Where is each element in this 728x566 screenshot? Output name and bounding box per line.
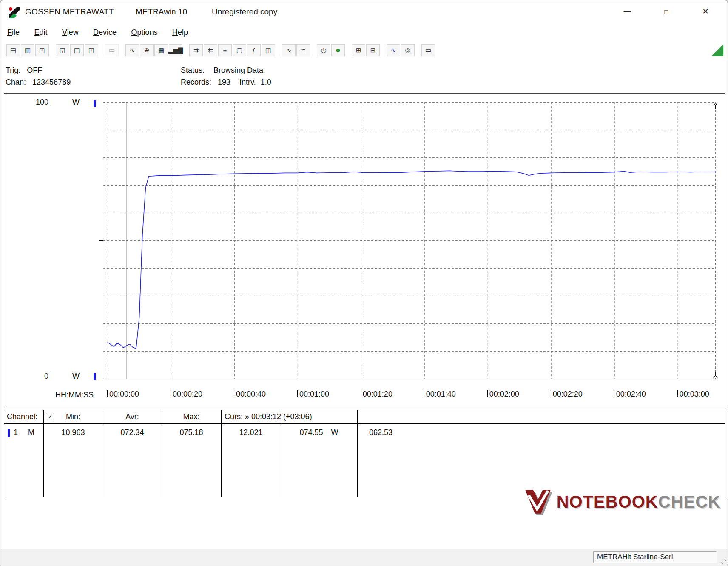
channel-color-marker-bottom <box>94 373 96 380</box>
menu-file[interactable]: File <box>7 24 20 40</box>
menu-view[interactable]: View <box>62 24 79 40</box>
channel-mode: M <box>28 428 34 437</box>
app-window: GOSSEN METRAWATT METRAwin 10 Unregistere… <box>0 0 728 566</box>
app-logo-icon <box>8 6 20 18</box>
chart-plot-svg <box>103 102 716 379</box>
x-tick-time-label: 00:00:00 <box>109 390 139 398</box>
x-tick: 00:02:40 <box>614 390 646 399</box>
status-label: Status: <box>181 64 205 76</box>
waveform-b-button[interactable]: ≈ <box>296 44 310 56</box>
print-preview-icon: ⊞ <box>356 47 361 53</box>
x-tick: 00:01:00 <box>297 390 329 399</box>
x-tick-mark <box>424 390 424 397</box>
tooltip-mode-icon: ▭ <box>425 47 431 53</box>
x-tick: 00:00:00 <box>107 390 139 399</box>
import-data-button[interactable]: ⇇ <box>204 44 217 56</box>
acquisition-info-bar: Trig: OFF Chan: 123456789 Status: Browsi… <box>0 60 728 93</box>
modem-icon: ▭ <box>109 47 115 53</box>
x-tick: 00:00:40 <box>234 390 266 399</box>
export-data-button[interactable]: ⇉ <box>189 44 203 56</box>
print-icon: ⊟ <box>370 47 376 53</box>
x-tick-time-label: 00:01:00 <box>299 390 329 398</box>
x-tick-mark <box>107 390 108 397</box>
save-button[interactable]: ▤ <box>6 44 20 56</box>
bargraph-view-button[interactable]: ▂▅▇ <box>169 44 182 56</box>
device-store-button[interactable]: ◱ <box>70 44 84 56</box>
menu-device[interactable]: Device <box>93 24 117 40</box>
cursor1-value: 12.021 <box>221 428 281 437</box>
power-trace <box>108 171 716 348</box>
toolbar-buttons: ▤▥◰◲◱◳▭∿⊕▦▂▅▇⇉⇇≡▢ƒ◫∿≈◷☻⊞⊟∿◎▭ <box>6 44 436 56</box>
zoom-curve-button[interactable]: ∿ <box>387 44 400 56</box>
device-memory-button[interactable]: ◳ <box>85 44 98 56</box>
records-value: 193 <box>218 76 230 88</box>
bargraph-view-icon: ▂▅▇ <box>168 47 183 53</box>
toolbar-corner-triangle-icon <box>711 44 723 56</box>
formula-button[interactable]: ƒ <box>247 44 261 56</box>
y-axis-max-label: 100 <box>30 98 48 107</box>
waveform-a-button[interactable]: ∿ <box>282 44 296 56</box>
x-tick: 00:02:20 <box>551 390 583 399</box>
cursor-delta-value: 062.53 <box>369 428 392 437</box>
menu-edit[interactable]: Edit <box>34 24 47 40</box>
interval-label: Intrv. <box>239 76 256 88</box>
chart-plot-area[interactable] <box>103 102 716 379</box>
maximize-button[interactable]: □ <box>656 4 677 19</box>
minimize-icon: — <box>624 7 631 16</box>
x-tick-time-label: 00:03:00 <box>680 390 709 398</box>
table-header-row: Channel: ✓ Min: Avr: Max: Curs: » 00:03:… <box>4 410 725 424</box>
table-view-icon: ▦ <box>158 47 164 53</box>
print-preview-button[interactable]: ⊞ <box>352 44 365 56</box>
channel-1-color-marker <box>8 429 10 437</box>
formula-icon: ƒ <box>252 47 256 53</box>
x-tick: 00:00:20 <box>171 390 202 399</box>
x-tick-time-label: 00:02:20 <box>553 390 583 398</box>
x-tick-time-label: 00:00:40 <box>236 390 266 398</box>
minimize-button[interactable]: — <box>617 4 637 19</box>
x-tick-time-label: 00:00:20 <box>173 390 202 398</box>
x-tick-time-label: 00:01:20 <box>363 390 392 398</box>
y-axis-unit-bottom: W <box>72 372 80 381</box>
y-axis-mid-tick <box>99 240 103 241</box>
watermark-word1: NOTEBOOK <box>557 492 658 512</box>
x-tick-mark <box>297 390 298 397</box>
resize-grip[interactable] <box>719 557 726 564</box>
close-button[interactable]: ✕ <box>695 4 716 19</box>
live-mode-button[interactable]: ☻ <box>331 44 345 56</box>
save-as-button[interactable]: ▥ <box>21 44 34 56</box>
zoom-curve-icon: ∿ <box>391 47 396 53</box>
print-button[interactable]: ⊟ <box>366 44 380 56</box>
interval-value: 1.0 <box>261 76 271 88</box>
curve-view-button[interactable]: ∿ <box>125 44 139 56</box>
app-brand-title: GOSSEN METRAWATT <box>25 7 114 17</box>
display-view-button[interactable]: ◫ <box>262 44 275 56</box>
scope-view-button[interactable]: ⊕ <box>140 44 154 56</box>
save-as-icon: ▥ <box>25 47 31 53</box>
menu-help[interactable]: Help <box>172 24 188 40</box>
table-view-button[interactable]: ▦ <box>154 44 168 56</box>
cursor2-value-cell: 074.55 W <box>281 428 357 437</box>
save-icon: ▤ <box>10 47 16 53</box>
channel-color-marker-top <box>94 100 96 107</box>
trig-label: Trig: <box>6 64 20 76</box>
device-memory-icon: ◳ <box>88 47 94 53</box>
trigger-channel-info: Trig: OFF Chan: 123456789 <box>6 64 71 88</box>
channel-column-header: Channel: <box>7 412 37 421</box>
channel-list-button[interactable]: ≡ <box>218 44 232 56</box>
time-setup-button[interactable]: ◷ <box>317 44 330 56</box>
monitor-view-button[interactable]: ▢ <box>233 44 246 56</box>
open-button[interactable]: ◰ <box>35 44 49 56</box>
records-label: Records: <box>181 76 211 88</box>
tooltip-mode-button[interactable]: ▭ <box>421 44 435 56</box>
status-value: Browsing Data <box>213 64 263 76</box>
menu-options[interactable]: Options <box>131 24 158 40</box>
status-records-info: Status: Browsing Data Records: 193 Intrv… <box>181 64 271 88</box>
device-settings-button[interactable]: ◲ <box>56 44 69 56</box>
zoom-search-button[interactable]: ◎ <box>401 44 415 56</box>
scope-view-icon: ⊕ <box>144 47 150 53</box>
monitor-view-icon: ▢ <box>236 47 242 53</box>
avr-column-header: Avr: <box>103 412 162 421</box>
y-axis-unit-top: W <box>72 98 80 107</box>
title-bar: GOSSEN METRAWATT METRAwin 10 Unregistere… <box>0 0 728 24</box>
chart-panel: 100 W 0 W HH:MM:SS 00:00:0000:00:2000:00… <box>4 93 725 408</box>
